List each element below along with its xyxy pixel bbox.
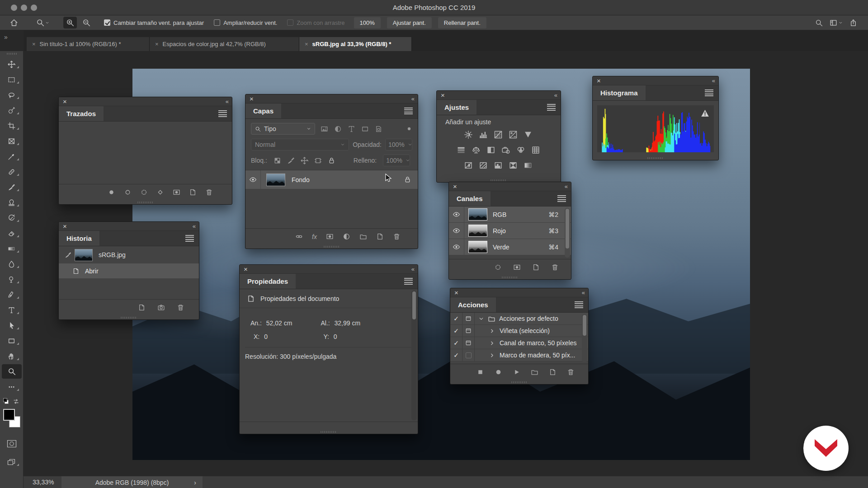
- fill-screen-button[interactable]: Rellenar pant.: [438, 17, 486, 28]
- blend-mode-select[interactable]: Normal: [251, 139, 349, 150]
- panel-menu-icon[interactable]: [185, 234, 194, 243]
- screen-mode-button[interactable]: [0, 454, 24, 469]
- eraser-tool[interactable]: [0, 225, 24, 241]
- resize-windows-checkbox[interactable]: [104, 19, 110, 26]
- black-white-icon[interactable]: [486, 145, 495, 155]
- panel-resize-grip[interactable]: [593, 156, 718, 160]
- fill-field[interactable]: 100%: [383, 155, 410, 166]
- brightness-contrast-icon[interactable]: [464, 130, 473, 139]
- gradient-tool[interactable]: [0, 241, 24, 256]
- foreground-color-swatch[interactable]: [3, 409, 15, 421]
- load-channel-selection-icon[interactable]: [494, 263, 502, 271]
- chevron-right-icon[interactable]: [489, 352, 495, 358]
- threshold-icon[interactable]: [494, 161, 503, 170]
- collapse-icon[interactable]: «: [565, 183, 567, 189]
- panel-resize-grip[interactable]: [59, 315, 199, 319]
- channel-visibility-eye-icon[interactable]: [453, 243, 460, 251]
- add-mask-icon[interactable]: [173, 188, 180, 196]
- channel-visibility-eye-icon[interactable]: [453, 227, 460, 235]
- channel-visibility-eye-icon[interactable]: [453, 211, 460, 218]
- fill-path-icon[interactable]: [108, 188, 115, 196]
- chevron-right-icon[interactable]: [489, 328, 495, 334]
- eyedropper-tool[interactable]: [0, 149, 24, 164]
- panel-menu-icon[interactable]: [404, 277, 413, 286]
- panel-resize-grip[interactable]: [240, 430, 418, 434]
- channel-row-rojo[interactable]: Rojo ⌘3: [449, 223, 571, 239]
- dialog-toggle-icon[interactable]: [465, 340, 472, 346]
- hand-tool[interactable]: [0, 348, 24, 364]
- collapse-icon[interactable]: «: [712, 78, 714, 84]
- delete-layer-icon[interactable]: [393, 233, 401, 240]
- default-swap-colors[interactable]: [0, 396, 24, 407]
- collapse-icon[interactable]: «: [411, 96, 414, 102]
- new-snapshot-icon[interactable]: [157, 304, 165, 311]
- history-brush-tool[interactable]: [0, 210, 24, 225]
- layer-visibility-eye-icon[interactable]: [249, 176, 257, 183]
- zoom-out-mode-button[interactable]: [80, 17, 93, 28]
- action-set-row[interactable]: ✓ Acciones por defecto: [450, 313, 588, 325]
- close-icon[interactable]: ×: [155, 41, 159, 47]
- fit-screen-button[interactable]: Ajustar pant.: [387, 17, 432, 28]
- gradient-map-icon[interactable]: [524, 161, 533, 170]
- panel-menu-icon[interactable]: [547, 103, 556, 112]
- photo-filter-icon[interactable]: [501, 145, 510, 155]
- home-icon[interactable]: [7, 17, 21, 28]
- new-action-icon[interactable]: [549, 368, 557, 376]
- lock-transparency-icon[interactable]: [274, 157, 281, 164]
- close-icon[interactable]: ×: [597, 77, 601, 84]
- filter-adjustment-layers-icon[interactable]: [334, 125, 342, 133]
- selective-color-icon[interactable]: [509, 161, 518, 170]
- chevron-right-icon[interactable]: [489, 340, 495, 346]
- collapse-icon[interactable]: «: [411, 266, 414, 272]
- close-window-button[interactable]: [11, 5, 17, 11]
- close-icon[interactable]: ×: [453, 183, 457, 190]
- close-icon[interactable]: ×: [250, 95, 254, 102]
- zoom-100-button[interactable]: 100%: [354, 17, 381, 28]
- action-name[interactable]: Canal de marco, 50 píxeles: [500, 339, 576, 347]
- document-tab-active[interactable]: × sRGB.jpg al 33,3% (RGB/8) *: [299, 37, 412, 51]
- panel-tab-acciones[interactable]: Acciones: [450, 297, 496, 312]
- search-icon[interactable]: [812, 17, 826, 28]
- lock-position-icon[interactable]: [301, 157, 308, 164]
- path-selection-tool[interactable]: [0, 318, 24, 333]
- panel-menu-icon[interactable]: [218, 109, 227, 118]
- posterize-icon[interactable]: [479, 161, 488, 170]
- layer-effects-icon[interactable]: fx: [312, 233, 317, 240]
- zoom-in-mode-button[interactable]: [63, 17, 77, 28]
- vibrance-icon[interactable]: [524, 130, 533, 139]
- filter-type-layers-icon[interactable]: [348, 125, 355, 133]
- chevron-right-icon[interactable]: ›: [194, 479, 196, 486]
- history-brush-source-icon[interactable]: [65, 252, 71, 258]
- workspace-chooser-icon[interactable]: [826, 17, 846, 28]
- levels-icon[interactable]: [479, 130, 488, 139]
- new-group-icon[interactable]: [359, 233, 367, 240]
- close-icon[interactable]: ×: [63, 223, 67, 230]
- action-row[interactable]: ✓ Viñeta (selección): [450, 325, 588, 337]
- load-selection-icon[interactable]: [140, 188, 148, 196]
- type-tool[interactable]: [0, 302, 24, 318]
- more-tools-button[interactable]: [0, 379, 24, 394]
- panel-tab-ajustes[interactable]: Ajustes: [437, 100, 476, 115]
- dialog-toggle-empty[interactable]: [466, 352, 472, 358]
- action-set-name[interactable]: Acciones por defecto: [499, 315, 558, 322]
- make-work-path-icon[interactable]: [156, 188, 164, 196]
- crop-tool[interactable]: [0, 118, 24, 133]
- new-action-set-icon[interactable]: [531, 368, 538, 376]
- quick-mask-button[interactable]: [0, 436, 24, 451]
- invert-icon[interactable]: [464, 161, 473, 170]
- toolbar-grip[interactable]: [7, 53, 17, 55]
- layer-filter-select[interactable]: Tipo: [251, 123, 315, 135]
- action-check[interactable]: ✓: [450, 349, 462, 361]
- new-channel-icon[interactable]: [532, 263, 540, 271]
- minimize-window-button[interactable]: [21, 5, 27, 11]
- frame-tool[interactable]: [0, 133, 24, 149]
- close-icon[interactable]: ×: [305, 41, 308, 47]
- close-icon[interactable]: ×: [441, 92, 445, 99]
- new-layer-icon[interactable]: [376, 233, 384, 240]
- close-icon[interactable]: ×: [63, 98, 67, 105]
- dialog-toggle-icon[interactable]: [465, 328, 472, 334]
- snapshot-name[interactable]: sRGB.jpg: [99, 251, 126, 258]
- clone-stamp-tool[interactable]: [0, 195, 24, 210]
- new-document-from-state-icon[interactable]: [138, 304, 146, 311]
- chevron-down-icon[interactable]: [478, 316, 484, 322]
